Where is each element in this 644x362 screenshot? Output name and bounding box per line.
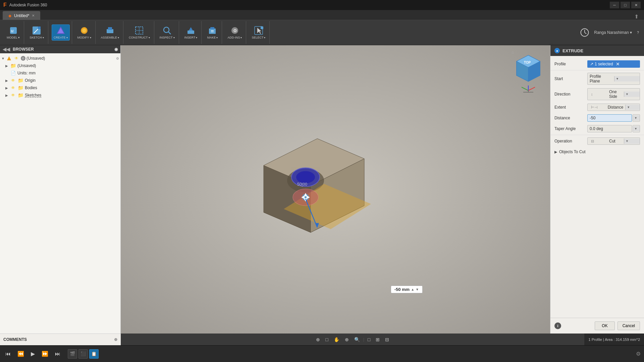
extent-select[interactable]: ⊢⊣ Distance ▼ bbox=[587, 104, 640, 111]
addins-button[interactable]: ⚙ ADD-INS ▾ bbox=[225, 24, 244, 41]
construct-button[interactable]: CONSTRUCT ▾ bbox=[127, 24, 152, 41]
insert-button[interactable]: INSERT ▾ bbox=[182, 24, 200, 41]
taper-label: Taper Angle bbox=[554, 126, 585, 131]
measure-value: -50 mm bbox=[394, 287, 410, 292]
tree-item-bodies[interactable]: ▶ 👁 📁 Bodies bbox=[0, 84, 120, 92]
objects-to-cut-toggle[interactable]: ▶ Objects To Cut bbox=[554, 148, 640, 156]
tree-bodies-label: Bodies bbox=[25, 85, 119, 90]
play-to-end-button[interactable]: ⏭ bbox=[53, 350, 62, 358]
toolbar-group-addins: ⚙ ADD-INS ▾ bbox=[223, 21, 246, 44]
origin-arrow: ▶ bbox=[5, 79, 10, 82]
construct-label: CONSTRUCT ▾ bbox=[129, 36, 150, 39]
tab-untitled[interactable]: ◆ Untitled* ✕ bbox=[3, 11, 40, 20]
canvas-bottom-toolbar: ⊕ □ ✋ ⊕ 🔍 | □ ⊞ ⊟ bbox=[121, 334, 584, 345]
zoom-button[interactable]: ⊕ bbox=[343, 336, 351, 343]
profile-value: 1 selected bbox=[595, 62, 613, 66]
zoom-fit-button[interactable]: 🔍 bbox=[352, 336, 362, 343]
make-label: MAKE ▾ bbox=[207, 36, 218, 39]
browser-collapse-icon[interactable]: ◉ bbox=[114, 47, 118, 52]
start-value: Profile Plane bbox=[588, 73, 614, 84]
profile-selected-badge[interactable]: ↗ 1 selected ✕ bbox=[587, 60, 640, 68]
taper-input[interactable] bbox=[587, 125, 632, 132]
tab-close-icon[interactable]: ✕ bbox=[32, 14, 35, 17]
pan-button[interactable]: ✋ bbox=[332, 336, 341, 343]
cancel-button[interactable]: Cancel bbox=[618, 321, 640, 330]
root-settings-icon[interactable]: ⚙ bbox=[116, 57, 119, 60]
create-button[interactable]: CREATE ▾ bbox=[52, 24, 70, 41]
origin-eye-icon: 👁 bbox=[10, 77, 16, 83]
browser-back-icon[interactable]: ◀◀ bbox=[3, 47, 10, 52]
status-text: 1 Profile | Area : 314.159 mm^2 bbox=[588, 338, 640, 342]
model-3d-view: 50|00 bbox=[244, 132, 384, 247]
display-mode-button[interactable]: □ bbox=[366, 336, 372, 343]
measure-up-icon[interactable]: ▲ bbox=[411, 288, 414, 291]
tree-item-named-views[interactable]: ▶ 📁 (Unsaved) bbox=[0, 62, 120, 69]
sketch-button[interactable]: SKETCH ▾ bbox=[28, 24, 46, 41]
bodies-arrow: ▶ bbox=[5, 86, 10, 90]
modify-button[interactable]: MODIFY ▾ bbox=[75, 24, 93, 41]
insert-label: INSERT ▾ bbox=[184, 36, 198, 39]
bottom-section: COMMENTS ⊕ ⊕ □ ✋ ⊕ 🔍 | □ ⊞ ⊟ 1 Profile |… bbox=[0, 334, 644, 345]
start-select[interactable]: Profile Plane ▼ bbox=[587, 73, 640, 85]
canvas-area[interactable]: 50|00 -50 mm ▲ ▼ ⌂ TOP bbox=[121, 45, 550, 334]
status-bar: 1 Profile | Area : 314.159 mm^2 bbox=[584, 334, 644, 345]
assemble-button[interactable]: ASSEMBLE ▾ bbox=[99, 24, 121, 41]
inspect-button[interactable]: INSPECT ▾ bbox=[158, 24, 177, 41]
tree-item-root[interactable]: ▼ 👁 ⊙ (Unsaved) ⚙ bbox=[0, 55, 120, 62]
tree-item-origin[interactable]: ▶ 👁 📁 Origin bbox=[0, 77, 120, 84]
svg-point-14 bbox=[164, 27, 169, 33]
direction-value: One Side bbox=[607, 88, 624, 100]
units-file-icon: 📄 bbox=[10, 70, 16, 76]
distance-unit-dropdown[interactable]: ▼ bbox=[633, 114, 640, 122]
tree-item-units: 📄 Units: mm bbox=[0, 69, 120, 77]
operation-select[interactable]: ⊟ Cut ▼ bbox=[587, 137, 640, 145]
play-back-button[interactable]: ⏪ bbox=[15, 349, 26, 358]
grid-button[interactable]: ⊞ bbox=[374, 336, 382, 343]
root-eye-icon: 👁 bbox=[13, 55, 19, 61]
profile-clear-button[interactable]: ✕ bbox=[616, 61, 620, 67]
minimize-button[interactable]: ─ bbox=[610, 2, 619, 8]
maximize-button[interactable]: □ bbox=[621, 2, 630, 8]
addins-label: ADD-INS ▾ bbox=[227, 36, 242, 39]
playback-settings-icon[interactable]: ⚙ bbox=[636, 351, 641, 357]
timeline-icon-2[interactable]: ⬛ bbox=[78, 349, 88, 359]
direction-select[interactable]: ↕ One Side ▼ bbox=[587, 88, 640, 100]
measure-down-icon[interactable]: ▼ bbox=[416, 288, 419, 291]
tab-bar: ◆ Untitled* ✕ ⬆ bbox=[0, 10, 644, 20]
timeline-icon-1[interactable]: 🎬 bbox=[68, 349, 77, 359]
snap-button[interactable]: ⊕ bbox=[314, 336, 322, 343]
comments-expand-icon[interactable]: ⊕ bbox=[114, 337, 117, 342]
select-button[interactable]: SELECT ▾ bbox=[250, 24, 267, 41]
tree-units-label: Units: mm bbox=[17, 71, 119, 75]
toolbar-group-construct: CONSTRUCT ▾ bbox=[125, 21, 154, 44]
close-button[interactable]: ✕ bbox=[631, 2, 641, 8]
play-to-start-button[interactable]: ⏮ bbox=[3, 350, 13, 358]
play-button[interactable]: ▶ bbox=[29, 349, 37, 358]
taper-unit-dropdown[interactable]: ▼ bbox=[633, 125, 640, 132]
make-button[interactable]: MAKE ▾ bbox=[205, 24, 220, 41]
grid-snap-button[interactable]: ⊟ bbox=[383, 336, 391, 343]
svg-text:50|00: 50|00 bbox=[297, 182, 307, 187]
full-screen-button[interactable]: □ bbox=[323, 336, 330, 343]
info-button[interactable]: i bbox=[554, 322, 561, 329]
help-button[interactable]: ? bbox=[635, 29, 641, 36]
expand-tabs-icon[interactable]: ⬆ bbox=[632, 13, 641, 20]
view-cube[interactable]: ⌂ TOP bbox=[510, 49, 547, 99]
param-row-operation: Operation ⊟ Cut ▼ bbox=[550, 136, 644, 146]
extent-icon: ⊢⊣ bbox=[589, 104, 604, 111]
app-title: Autodesk Fusion 360 bbox=[9, 3, 47, 7]
play-forward-button[interactable]: ⏩ bbox=[40, 349, 50, 358]
distance-input[interactable] bbox=[587, 114, 632, 122]
ok-button[interactable]: OK bbox=[595, 321, 614, 330]
operation-value: Cut bbox=[607, 138, 624, 144]
tree-named-views-label: (Unsaved) bbox=[17, 63, 119, 68]
extrude-footer: i OK Cancel bbox=[550, 318, 644, 334]
timeline-icon-3[interactable]: 📋 bbox=[89, 349, 99, 359]
model-button[interactable]: M MODEL ▾ bbox=[5, 24, 22, 41]
start-dropdown-icon: ▼ bbox=[614, 76, 640, 81]
bodies-folder-icon: 📁 bbox=[17, 85, 23, 91]
extrude-icon: ● bbox=[554, 48, 560, 53]
history-button[interactable] bbox=[578, 26, 591, 39]
comments-label: COMMENTS bbox=[3, 337, 27, 342]
tree-item-sketches[interactable]: ▶ 👁 📁 Sketches bbox=[0, 92, 120, 99]
